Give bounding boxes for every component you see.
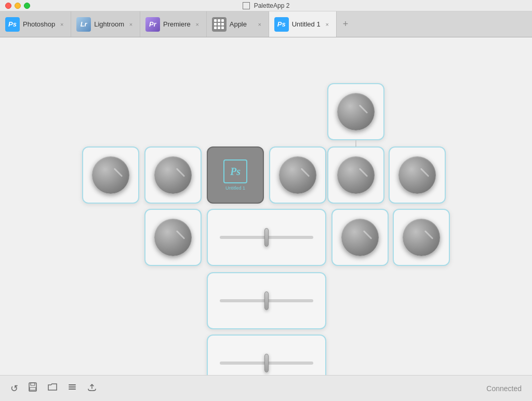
maximize-button[interactable] [24,3,30,9]
knob-r2-4[interactable] [403,219,440,256]
knob-r1-1[interactable] [92,156,129,194]
tab-icon-lightroom: Lr [76,17,91,32]
tab-apple-app[interactable]: Apple × [207,11,269,37]
tab-premiere[interactable]: Pr Premiere × [140,11,207,37]
upload-icon[interactable] [87,382,97,395]
tab-icon-apple-app [212,17,227,32]
knob-top[interactable] [337,93,375,130]
slider-track-r3[interactable] [220,299,313,302]
tab-label-untitled: Untitled 1 [292,20,321,28]
tab-close-premiere[interactable]: × [194,21,201,28]
open-folder-icon[interactable] [47,382,58,395]
module-knob-r2-1[interactable] [144,209,202,266]
knob-r1-4[interactable] [279,156,316,194]
tab-close-lightroom[interactable]: × [127,21,135,28]
tab-add-button[interactable]: + [337,11,355,37]
svg-rect-3 [69,384,76,385]
module-knob-r1-4[interactable] [269,146,326,204]
tab-untitled[interactable]: Ps Untitled 1 × [269,11,337,37]
module-knob-r1-5[interactable] [327,146,384,204]
tab-close-untitled[interactable]: × [324,21,331,28]
slider-track-r2[interactable] [220,236,313,239]
tab-photoshop[interactable]: Ps Photoshop × [0,11,71,37]
tab-icon-photoshop: Ps [5,17,20,32]
svg-rect-5 [69,389,76,390]
close-button[interactable] [5,3,11,9]
minimize-button[interactable] [15,3,21,9]
svg-rect-2 [30,387,36,390]
knob-r1-2[interactable] [154,156,192,194]
module-knob-r1-1[interactable] [82,146,139,204]
knob-r1-5[interactable] [337,156,375,194]
window-controls [5,3,30,9]
save-icon[interactable] [28,382,38,395]
tab-icon-untitled: Ps [274,17,289,32]
module-slider-r3[interactable] [207,272,326,329]
tab-label-apple: Apple [230,20,253,28]
module-knob-r1-6[interactable] [389,146,446,204]
tab-icon-premiere: Pr [145,17,160,32]
title-bar: PaletteApp 2 [0,0,532,11]
ps-icon-box: Ps [223,159,247,183]
refresh-icon[interactable]: ↺ [10,383,18,394]
ps-module-content: Ps Untitled 1 [223,159,247,191]
knob-r1-6[interactable] [398,156,436,194]
grid-icon [212,17,226,31]
main-content: Ps Untitled 1 [0,37,532,375]
ps-module-label: Untitled 1 [225,185,245,191]
tab-label-premiere: Premiere [163,20,191,28]
slider-handle-r4[interactable] [264,354,269,372]
tab-bar: Ps Photoshop × Lr Lightroom × Pr Premier… [0,11,532,37]
module-top-knob[interactable] [327,83,384,140]
tab-label-lightroom: Lightroom [94,20,124,28]
knob-r2-1[interactable] [154,219,192,256]
palette-icon [243,2,250,9]
toolbar-icons: ↺ [10,382,97,395]
slider-handle-r3[interactable] [264,291,269,310]
svg-rect-4 [69,386,76,387]
tab-lightroom[interactable]: Lr Lightroom × [71,11,140,37]
module-knob-r1-2[interactable] [144,146,202,204]
list-icon[interactable] [67,382,77,395]
knob-r2-3[interactable] [341,219,379,256]
status-text: Connected [486,384,522,393]
slider-track-r4[interactable] [220,362,313,365]
window-title: PaletteApp 2 [243,2,290,9]
tab-label-photoshop: Photoshop [23,20,55,28]
module-knob-r2-3[interactable] [331,209,389,266]
bottom-bar: ↺ [0,375,532,401]
module-slider-r4[interactable] [207,335,326,375]
tab-close-photoshop[interactable]: × [58,21,65,28]
slider-handle-r2[interactable] [264,228,269,247]
module-ps-button[interactable]: Ps Untitled 1 [207,146,264,204]
tab-close-apple[interactable]: × [256,21,263,28]
module-knob-r2-4[interactable] [393,209,450,266]
module-slider-r2[interactable] [207,209,326,266]
